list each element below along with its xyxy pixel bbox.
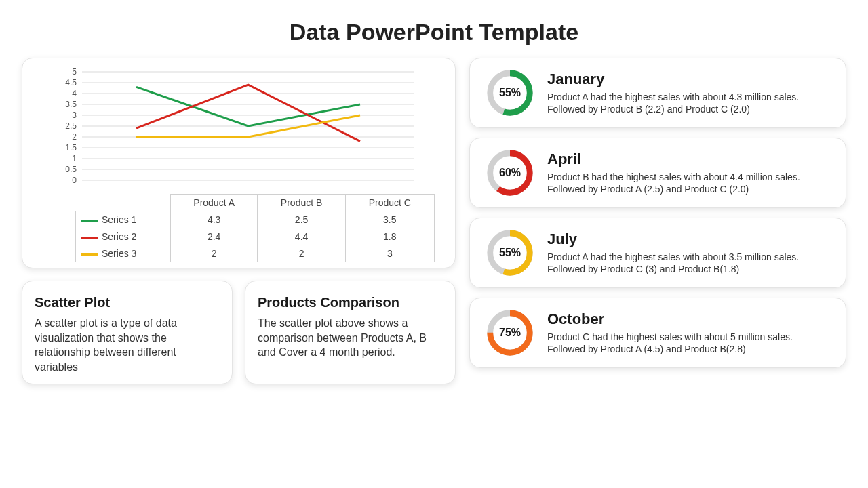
legend-label: Series 1 [102,214,136,225]
page-title: Data PowerPoint Template [22,19,846,45]
ytick-3: 3 [72,110,77,120]
col-header-a: Product A [171,195,258,211]
month-text: April Product B had the highest sales wi… [547,150,832,195]
y-axis-ticks: 0 0.5 1 1.5 2 2.5 3 3.5 4 4.5 5 [65,67,77,185]
line-chart-svg: 0 0.5 1 1.5 2 2.5 3 3.5 4 4.5 5 [35,65,441,194]
month-desc: Product A had the highest sales with abo… [547,91,832,115]
cell: 3.5 [345,211,434,228]
month-title: April [547,150,832,168]
series-line [136,87,360,126]
table-row: Series 3 2 2 3 [76,245,435,262]
info-row: Scatter Plot A scatter plot is a type of… [22,281,456,384]
table-row: Series 2 2.4 4.4 1.8 [76,228,435,245]
legend-swatch-series3 [81,253,98,256]
chart-card: 0 0.5 1 1.5 2 2.5 3 3.5 4 4.5 5 [22,58,456,268]
donut-percent-label: 55% [484,66,536,119]
table-row: Series 1 4.3 2.5 3.5 [76,211,435,228]
month-desc: Product C had the highest sales with abo… [547,331,832,355]
ytick-4-5: 4.5 [65,78,77,87]
donut-october: 75% [484,306,536,359]
legend-label: Series 2 [102,231,136,242]
month-title: July [547,230,832,248]
donut-percent-label: 55% [484,226,536,279]
month-title: January [547,70,832,88]
donut-percent-label: 60% [484,146,536,199]
month-text: October Product C had the highest sales … [547,310,832,355]
month-desc: Product A had the highest sales with abo… [547,251,832,275]
month-text: January Product A had the highest sales … [547,70,832,115]
content-row: 0 0.5 1 1.5 2 2.5 3 3.5 4 4.5 5 [22,58,846,384]
right-column: 55% January Product A had the highest sa… [469,58,846,384]
cell: 2 [171,245,258,262]
ytick-4: 4 [72,89,77,98]
ytick-1-5: 1.5 [65,143,77,152]
legend-swatch-series2 [81,237,98,239]
col-header-b: Product B [258,195,346,211]
card-body: The scatter plot above shows a compariso… [258,316,443,360]
donut-july: 55% [484,226,536,279]
cell: 2.4 [171,228,258,245]
month-desc: Product B had the highest sales with abo… [547,171,832,195]
card-body: A scatter plot is a type of data visuali… [35,316,220,374]
legend-label: Series 3 [102,248,136,259]
cell: 4.4 [258,228,346,245]
cell: 3 [345,245,434,262]
cell: 2 [258,245,346,262]
ytick-0-5: 0.5 [65,165,77,174]
month-card-october: 75% October Product C had the highest sa… [469,298,846,368]
ytick-0: 0 [72,176,77,185]
cell: 2.5 [258,211,346,228]
month-title: October [547,310,832,328]
donut-percent-label: 75% [484,306,536,359]
card-title: Products Comparison [258,295,443,310]
donut-april: 60% [484,146,536,199]
cell: 1.8 [345,228,434,245]
left-column: 0 0.5 1 1.5 2 2.5 3 3.5 4 4.5 5 [22,58,456,384]
cell: 4.3 [171,211,258,228]
col-header-c: Product C [345,195,434,211]
month-card-july: 55% July Product A had the highest sales… [469,218,846,288]
line-chart: 0 0.5 1 1.5 2 2.5 3 3.5 4 4.5 5 [35,65,443,194]
comparison-info-card: Products Comparison The scatter plot abo… [245,281,456,384]
card-title: Scatter Plot [35,295,220,310]
chart-data-table: Product A Product B Product C Series 1 4… [75,194,435,262]
month-card-april: 60% April Product B had the highest sale… [469,138,846,208]
ytick-3-5: 3.5 [65,100,77,109]
ytick-5: 5 [72,67,77,77]
donut-january: 55% [484,66,536,119]
ytick-2-5: 2.5 [65,121,77,131]
ytick-1: 1 [72,154,77,163]
scatter-info-card: Scatter Plot A scatter plot is a type of… [22,281,233,384]
slide: Data PowerPoint Template 0 0.5 1 1.5 2 2… [0,0,868,488]
month-card-january: 55% January Product A had the highest sa… [469,58,846,128]
legend-swatch-series1 [81,220,98,222]
table-row: Product A Product B Product C [76,195,435,211]
ytick-2: 2 [72,132,77,142]
month-text: July Product A had the highest sales wit… [547,230,832,275]
